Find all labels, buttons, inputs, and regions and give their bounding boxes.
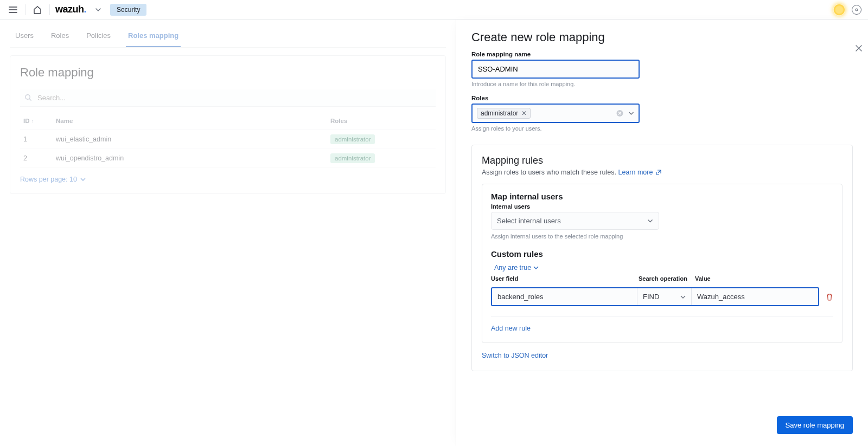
cell-roles: administrator — [327, 130, 436, 149]
roles-help: Assign roles to your users. — [471, 125, 853, 132]
svg-point-0 — [856, 9, 858, 11]
rule-input-group: backend_roles FIND Wazuh_access — [491, 287, 819, 306]
role-badge: administrator — [330, 134, 375, 144]
table-row[interactable]: 2 wui_opendistro_admin administrator — [20, 149, 436, 168]
clear-icon — [616, 110, 623, 117]
label-search-op: Search operation — [639, 275, 695, 282]
flyout-body: Role mapping name Introduce a name for t… — [456, 49, 868, 382]
role-pill: administrator ✕ — [477, 108, 531, 119]
table-row[interactable]: 1 wui_elastic_admin administrator — [20, 130, 436, 149]
help-icon[interactable] — [852, 5, 861, 15]
remove-role-button[interactable]: ✕ — [521, 110, 527, 117]
rule-labels-row: User field Search operation Value — [491, 275, 833, 282]
flyout-footer: Save role mapping — [456, 408, 868, 446]
tab-roles[interactable]: Roles — [49, 26, 71, 47]
home-icon — [33, 5, 42, 15]
learn-more-link[interactable]: Learn more — [618, 169, 661, 176]
internal-users-placeholder: Select internal users — [497, 217, 561, 225]
rule-divider — [491, 316, 833, 316]
flyout-close-button[interactable] — [855, 44, 863, 52]
col-name[interactable]: Name — [53, 112, 327, 130]
col-roles[interactable]: Roles — [327, 112, 436, 130]
hamburger-icon — [9, 5, 17, 14]
cell-id: 2 — [20, 149, 53, 168]
label-user-field: User field — [491, 275, 639, 282]
chevron-down-icon — [533, 265, 539, 270]
internal-users-select[interactable]: Select internal users — [491, 212, 659, 230]
col-id[interactable]: ID↑ — [20, 112, 53, 130]
tab-policies[interactable]: Policies — [84, 26, 113, 47]
create-role-mapping-flyout: Create new role mapping Role mapping nam… — [456, 20, 868, 446]
nav-toggle-button[interactable] — [7, 3, 20, 16]
roles-label: Roles — [471, 95, 853, 101]
switch-json-button[interactable]: Switch to JSON editor — [482, 352, 548, 359]
mapping-rules-subtitle: Assign roles to users who match these ru… — [482, 169, 843, 176]
rule-user-field[interactable]: backend_roles — [492, 288, 637, 305]
header-right — [833, 4, 861, 16]
save-role-mapping-button[interactable]: Save role mapping — [777, 416, 853, 434]
roles-row: Roles administrator ✕ Assign roles to yo… — [471, 95, 853, 132]
name-row: Role mapping name Introduce a name for t… — [471, 51, 853, 87]
roles-dropdown-toggle[interactable] — [628, 111, 634, 117]
role-mapping-panel: Role mapping ID↑ Name Roles 1 — [10, 55, 446, 194]
chevron-down-icon — [95, 7, 101, 13]
panel-title: Role mapping — [20, 66, 436, 80]
map-internal-title: Map internal users — [491, 192, 833, 201]
rule-search-op[interactable]: FIND — [637, 288, 692, 305]
rule-row: backend_roles FIND Wazuh_access — [491, 287, 833, 306]
cell-name: wui_opendistro_admin — [53, 149, 327, 168]
custom-rules-title: Custom rules — [491, 249, 833, 258]
cell-roles: administrator — [327, 149, 436, 168]
role-badge: administrator — [330, 153, 375, 163]
header-left: wazuh. Security — [7, 3, 146, 16]
name-label: Role mapping name — [471, 51, 853, 57]
any-are-true-toggle[interactable]: Any are true — [494, 264, 539, 272]
inner-rules-box: Map internal users Internal users Select… — [482, 184, 843, 343]
tab-users[interactable]: Users — [13, 26, 36, 47]
rows-per-page[interactable]: Rows per page: 10 — [20, 168, 86, 183]
internal-users-help: Assign internal users to the selected ro… — [491, 233, 833, 240]
divider — [25, 4, 25, 15]
role-pill-label: administrator — [481, 109, 518, 117]
search-input[interactable] — [20, 89, 436, 107]
lifebuoy-icon — [854, 7, 859, 12]
breadcrumb[interactable]: Security — [110, 4, 146, 16]
name-input-wrapper — [471, 60, 640, 79]
name-help: Introduce a name for this role mapping. — [471, 81, 853, 87]
mapping-rules-title: Mapping rules — [482, 155, 843, 166]
mapping-rules-section: Mapping rules Assign roles to users who … — [471, 145, 853, 371]
search-icon — [24, 94, 32, 101]
trash-icon — [826, 293, 833, 301]
close-icon — [855, 44, 863, 52]
app-logo[interactable]: wazuh. — [55, 4, 86, 15]
content-area: Users Roles Policies Roles mapping Role … — [0, 20, 456, 446]
mapping-table: ID↑ Name Roles 1 wui_elastic_admin admin… — [20, 112, 436, 168]
home-button[interactable] — [31, 3, 44, 16]
flyout-title: Create new role mapping — [471, 30, 853, 44]
app-switcher[interactable] — [92, 3, 105, 16]
roles-combo[interactable]: administrator ✕ — [471, 104, 640, 123]
app-header: wazuh. Security — [0, 0, 868, 20]
delete-rule-button[interactable] — [826, 293, 833, 301]
search-row — [20, 89, 436, 107]
name-input[interactable] — [473, 61, 639, 77]
divider — [49, 4, 50, 15]
external-link-icon — [656, 170, 661, 175]
chevron-down-icon — [680, 294, 686, 300]
label-value: Value — [695, 275, 833, 282]
chevron-down-icon — [80, 177, 86, 182]
chevron-down-icon — [647, 218, 653, 224]
tab-bar: Users Roles Policies Roles mapping — [10, 26, 446, 48]
tab-roles-mapping[interactable]: Roles mapping — [126, 26, 181, 47]
cell-name: wui_elastic_admin — [53, 130, 327, 149]
clear-roles-button[interactable] — [616, 110, 623, 117]
main-area: Users Roles Policies Roles mapping Role … — [0, 20, 868, 446]
sort-asc-icon: ↑ — [31, 118, 34, 124]
custom-rules-block: Custom rules Any are true User field Sea… — [491, 249, 833, 333]
notifications-icon[interactable] — [833, 4, 845, 16]
chevron-down-icon — [628, 111, 634, 117]
internal-users-label: Internal users — [491, 203, 833, 210]
rule-value[interactable]: Wazuh_access — [692, 288, 818, 305]
add-rule-button[interactable]: Add new rule — [491, 325, 531, 332]
cell-id: 1 — [20, 130, 53, 149]
